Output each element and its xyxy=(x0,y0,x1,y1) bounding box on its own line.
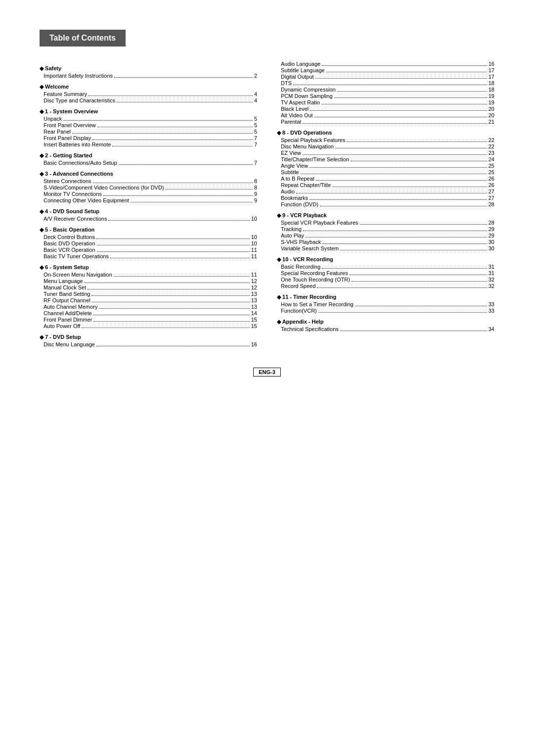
dots xyxy=(337,91,487,92)
page-number: 13 xyxy=(251,304,257,310)
dots xyxy=(97,251,250,252)
page-number: 5 xyxy=(254,122,257,128)
footer-label: ENG-3 xyxy=(253,368,281,377)
dots xyxy=(340,250,487,250)
page-number: 17 xyxy=(489,74,494,80)
page-number: 2 xyxy=(254,73,257,79)
dots xyxy=(351,161,487,161)
dots xyxy=(96,346,250,346)
toc-entry: Auto Channel Memory13 xyxy=(40,304,257,310)
page-number: 11 xyxy=(251,272,257,278)
dots xyxy=(72,133,253,134)
page-number: 4 xyxy=(254,97,257,103)
entry-label: Title/Chapter/Time Selection xyxy=(281,156,349,162)
toc-entry: A to B Repeat26 xyxy=(277,176,494,182)
entry-label: Front Panel Overview xyxy=(44,122,96,128)
entry-label: Angle View xyxy=(281,163,308,169)
toc-entry: On-Screen Menu Navigation11 xyxy=(40,272,257,278)
dots xyxy=(322,65,487,66)
entry-label: Menu Language xyxy=(44,278,83,284)
toc-entry: Angle View25 xyxy=(277,163,494,169)
dots xyxy=(322,268,487,269)
page-number: 18 xyxy=(489,80,494,86)
entry-label: Rear Panel xyxy=(44,129,71,135)
page-number: 10 xyxy=(251,216,257,222)
section-header: Welcome xyxy=(40,84,257,90)
dots xyxy=(318,312,487,313)
entry-label: Special VCR Playback Features xyxy=(281,220,358,226)
entry-label: Disc Menu Language xyxy=(44,341,95,347)
page-number: 29 xyxy=(489,226,494,232)
entry-label: Subtitle Language xyxy=(281,67,325,73)
entry-label: Monitor TV Connections xyxy=(44,191,102,197)
dots xyxy=(110,258,250,258)
page-number: 25 xyxy=(489,169,494,175)
toc-entry: Special Playback Features22 xyxy=(277,137,494,143)
page-number: 28 xyxy=(489,220,494,226)
toc-entry: Auto Play29 xyxy=(277,233,494,238)
dots xyxy=(114,77,253,78)
toc-entry: Front Panel Display7 xyxy=(40,135,257,141)
entry-label: Alt Video Out xyxy=(281,112,313,118)
page-number: 7 xyxy=(254,135,257,141)
dots xyxy=(97,245,250,245)
dots xyxy=(119,164,253,165)
page-number: 19 xyxy=(489,99,494,105)
toc-entry: Function(VCR)33 xyxy=(277,308,494,314)
page-number: 31 xyxy=(489,264,494,270)
page: Table of Contents SafetyImportant Safety… xyxy=(0,0,534,406)
toc-entry: Connecting Other Video Equipment9 xyxy=(40,197,257,203)
entry-label: Dynamic Compression xyxy=(281,87,336,93)
toc-entry: Front Panel Dimmer15 xyxy=(40,317,257,323)
dots xyxy=(92,140,253,140)
entry-label: Bookmarks xyxy=(281,195,308,201)
entry-label: Digital Output xyxy=(281,74,314,80)
entry-label: Disc Type and Characteristics xyxy=(44,97,115,103)
dots xyxy=(322,243,487,244)
entry-label: A to B Repeat xyxy=(281,176,314,182)
section-header: 7 - DVD Setup xyxy=(40,334,257,340)
entry-label: Basic Recording xyxy=(281,264,320,270)
toc-entry: One Touch Recording (OTR)32 xyxy=(277,277,494,283)
toc-entry: Monitor TV Connections9 xyxy=(40,191,257,197)
toc-entry: Repeat Chapter/Title26 xyxy=(277,182,494,188)
section-header: Appendix - Help xyxy=(277,319,494,325)
entry-label: Function(VCR) xyxy=(281,308,317,314)
entry-label: Audio xyxy=(281,189,295,194)
dots xyxy=(92,302,250,302)
dots xyxy=(355,306,487,306)
toc-entry: Basic Recording31 xyxy=(277,264,494,270)
toc-entry: Manual Clock Set12 xyxy=(40,284,257,290)
entry-label: Variable Search System xyxy=(281,245,339,251)
entry-label: Special Playback Features xyxy=(281,137,345,143)
entry-label: Stereo Connections xyxy=(44,178,91,184)
toc-entry: Disc Type and Characteristics4 xyxy=(40,97,257,103)
page-number: 30 xyxy=(489,239,494,245)
entry-label: S-Video/Component Video Connections (for… xyxy=(44,185,164,190)
dots xyxy=(310,199,487,200)
page-number: 7 xyxy=(254,142,257,147)
entry-label: Front Panel Dimmer xyxy=(44,317,92,323)
toc-entry: S-VHS Playback30 xyxy=(277,239,494,245)
page-number: 13 xyxy=(251,291,257,297)
section-header: 2 - Getting Started xyxy=(40,152,257,159)
page-number: 15 xyxy=(251,317,257,323)
page-number: 9 xyxy=(254,191,257,197)
entry-label: Unpack xyxy=(44,116,62,122)
entry-label: PCM Down Sampling xyxy=(281,93,333,99)
entry-label: Function (DVD) xyxy=(281,201,318,207)
dots xyxy=(360,224,487,225)
page-number: 20 xyxy=(489,106,494,112)
toc-entry: Tuner Band Setting13 xyxy=(40,291,257,297)
dots xyxy=(316,180,487,181)
dots xyxy=(334,97,487,98)
dots xyxy=(89,95,253,96)
page-number: 4 xyxy=(254,91,257,97)
dots xyxy=(310,167,487,168)
page-number: 8 xyxy=(254,185,257,190)
section-header: 11 - Timer Recording xyxy=(277,294,494,300)
entry-label: Black Level xyxy=(281,106,309,112)
toc-entry: Insert Batteries into Remote7 xyxy=(40,142,257,147)
entry-label: Deck Control Buttons xyxy=(44,234,95,240)
toc-entry: Basic Connections/Auto Setup7 xyxy=(40,160,257,166)
